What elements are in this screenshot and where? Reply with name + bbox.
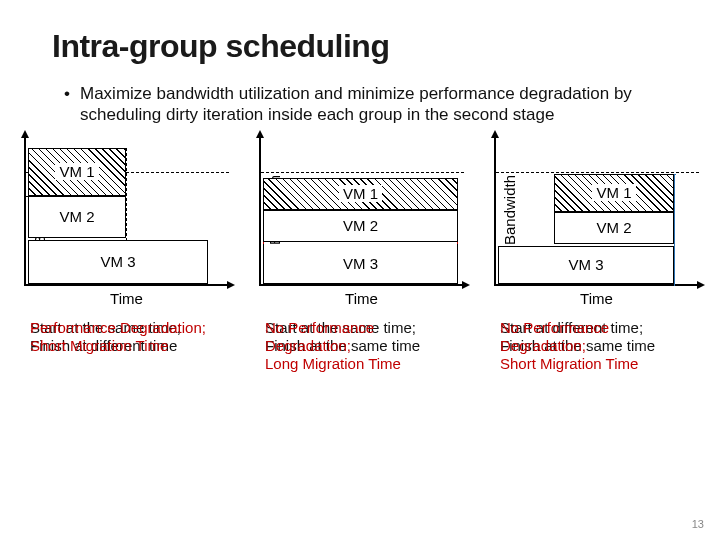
- arrow-right-icon: [462, 281, 470, 289]
- arrow-right-icon: [227, 281, 235, 289]
- bar-label: VM 2: [59, 208, 94, 225]
- x-axis-label: Time: [259, 286, 464, 307]
- arrow-up-icon: [21, 130, 29, 138]
- slide-title: Intra-group scheduling: [0, 0, 720, 65]
- bar-vm1: VM 1: [263, 178, 458, 210]
- bar-label: VM 2: [596, 219, 631, 236]
- bullet-text: Maximize bandwidth utilization and minim…: [0, 65, 720, 126]
- caption-red: Performance Degradation; Short Migration…: [30, 319, 206, 355]
- plot-b: Bandwidth VM 1 VM 2 VM 3: [259, 136, 464, 286]
- caption-b: No Performance Degradation; Long Migrati…: [259, 307, 464, 355]
- bandwidth-cap-line: [261, 172, 464, 173]
- caption-a: Performance Degradation; Short Migration…: [24, 307, 229, 355]
- slide-number: 13: [692, 518, 704, 530]
- chart-a: Bandwidth VM 1 VM 2 VM 3 Time Performanc…: [24, 136, 229, 355]
- bar-vm1: VM 1: [554, 174, 674, 212]
- y-axis-label: Bandwidth: [501, 174, 518, 244]
- bar-vm2: VM 2: [554, 212, 674, 244]
- bar-label: VM 2: [343, 217, 378, 234]
- bar-label: VM 3: [100, 253, 135, 270]
- chart-b: Bandwidth VM 1 VM 2 VM 3 Time No Perform…: [259, 136, 464, 355]
- chart-c: Bandwidth VM 1 VM 2 VM 3 Time No Perform…: [494, 136, 699, 355]
- bar-vm2: VM 2: [263, 210, 458, 242]
- plot-c: Bandwidth VM 1 VM 2 VM 3: [494, 136, 699, 286]
- bar-vm3: VM 3: [28, 240, 208, 284]
- plot-a: Bandwidth VM 1 VM 2 VM 3: [24, 136, 229, 286]
- bar-vm1: VM 1: [28, 148, 126, 196]
- caption-red: No Performance Degradation; Short Migrat…: [500, 319, 699, 373]
- charts-row: Bandwidth VM 1 VM 2 VM 3 Time Performanc…: [0, 126, 720, 355]
- x-axis-label: Time: [494, 286, 699, 307]
- bar-label: VM 1: [55, 163, 98, 180]
- bar-vm3: VM 3: [263, 244, 458, 284]
- bar-label: VM 1: [592, 184, 635, 201]
- bar-vm3: VM 3: [498, 246, 674, 284]
- x-axis-label: Time: [24, 286, 229, 307]
- bar-label: VM 1: [339, 185, 382, 202]
- bar-label: VM 3: [568, 256, 603, 273]
- caption-red: No Performance Degradation; Long Migrati…: [265, 319, 464, 373]
- bar-label: VM 3: [343, 255, 378, 272]
- bandwidth-cap-line: [496, 172, 699, 173]
- arrow-up-icon: [256, 130, 264, 138]
- arrow-up-icon: [491, 130, 499, 138]
- blue-overlay: [674, 174, 675, 286]
- arrow-right-icon: [697, 281, 705, 289]
- bar-vm2: VM 2: [28, 196, 126, 238]
- caption-c: No Performance Degradation; Short Migrat…: [494, 307, 699, 355]
